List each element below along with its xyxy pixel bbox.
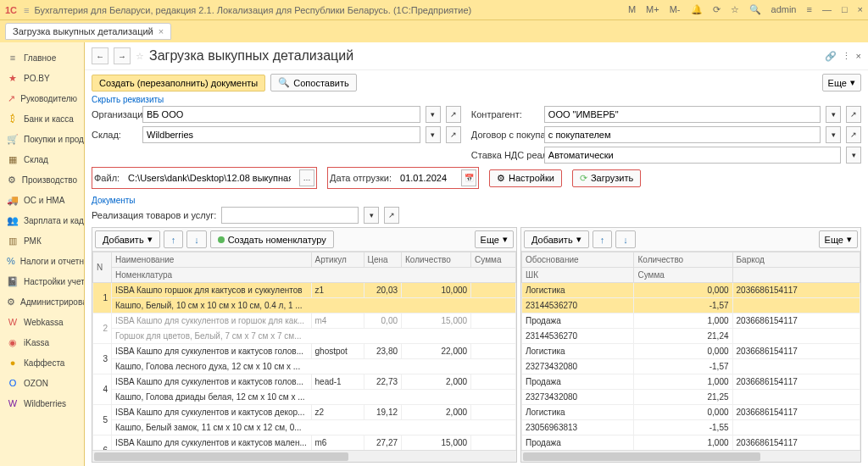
- table-row[interactable]: Кашпо, Белый, 10 см х 10 см х 10 см, 0.4…: [93, 298, 516, 313]
- sidebar-item[interactable]: ●Каффеста: [0, 352, 84, 373]
- move-down-button[interactable]: ↓: [186, 230, 207, 248]
- table-row[interactable]: Кашпо, Голова дриады белая, 12 см х 10 с…: [93, 390, 516, 405]
- load-button[interactable]: ⟳Загрузить: [572, 169, 641, 187]
- table-row[interactable]: 5ISBA Кашпо для суккулентов и кактусов д…: [93, 405, 516, 420]
- dropdown-icon[interactable]: ▾: [426, 106, 441, 123]
- sidebar-item[interactable]: 🛒Покупки и продажи: [0, 129, 84, 149]
- sidebar-item[interactable]: ⚙Администрирование: [0, 291, 84, 312]
- move-up-button[interactable]: ↑: [164, 230, 184, 248]
- sidebar-item[interactable]: WWildberries: [0, 393, 84, 413]
- add-button[interactable]: Добавить ▾: [524, 230, 589, 248]
- maximize-icon[interactable]: □: [842, 4, 848, 15]
- mem-mminus[interactable]: M-: [670, 4, 681, 15]
- open-icon[interactable]: ↗: [846, 106, 861, 123]
- tab-close-icon[interactable]: ×: [159, 26, 164, 36]
- move-down-button[interactable]: ↓: [615, 230, 636, 248]
- dropdown-icon[interactable]: ▾: [826, 126, 841, 143]
- forward-button[interactable]: →: [114, 47, 131, 64]
- wh-input[interactable]: [142, 126, 420, 143]
- sidebar-item[interactable]: ₿Банк и касса: [0, 108, 84, 129]
- table-row[interactable]: 1ISBA Кашпо горшок для кактусов и суккул…: [93, 283, 516, 298]
- sidebar-item[interactable]: 👥Зарплата и кадры: [0, 210, 84, 230]
- sidebar-item[interactable]: 🚚ОС и НМА: [0, 190, 84, 210]
- open-icon[interactable]: ↗: [846, 126, 861, 143]
- search-icon[interactable]: 🔍: [749, 4, 761, 15]
- add-button[interactable]: Добавить ▾: [95, 230, 160, 248]
- user-label[interactable]: admin: [771, 4, 797, 15]
- close-icon[interactable]: ×: [858, 4, 863, 15]
- sidebar-item[interactable]: ↗Руководителю: [0, 88, 84, 108]
- sidebar-item[interactable]: ◉iKassa: [0, 332, 84, 352]
- sidebar-item[interactable]: ▥РМК: [0, 230, 84, 251]
- counter-input[interactable]: [544, 106, 821, 123]
- table-row[interactable]: Горшок для цветов, Белый, 7 см х 7 см х …: [93, 329, 516, 344]
- menu-icon[interactable]: ≡: [806, 4, 811, 15]
- document-tab[interactable]: Загрузка выкупных детализаций ×: [5, 23, 171, 40]
- documents-link[interactable]: Документы: [85, 194, 868, 207]
- ship-input[interactable]: [397, 169, 456, 186]
- link-icon[interactable]: 🔗: [825, 51, 837, 62]
- more-button[interactable]: Еще ▾: [819, 230, 858, 248]
- sidebar-item[interactable]: ▦Склад: [0, 149, 84, 169]
- sidebar-item[interactable]: 📓Настройки учета: [0, 271, 84, 291]
- open-icon[interactable]: ↗: [384, 207, 399, 224]
- mem-m[interactable]: M: [628, 4, 636, 15]
- table-row[interactable]: Логистика0,0002036686154117: [522, 344, 860, 359]
- table-row[interactable]: 23056963813-1,55: [522, 420, 860, 435]
- settings-button[interactable]: ⚙Настройки: [489, 169, 562, 187]
- dropdown-icon[interactable]: ▾: [364, 207, 379, 224]
- minimize-icon[interactable]: —: [822, 4, 832, 15]
- favorite-icon[interactable]: ≡: [24, 5, 29, 15]
- table-row[interactable]: 2ISBA Кашпо для суккулентов и горшок для…: [93, 313, 516, 329]
- table-row[interactable]: 6ISBA Кашпо для суккулентов и кактусов м…: [93, 435, 516, 451]
- table-row[interactable]: 2314453627021,24: [522, 329, 860, 344]
- favorite-star-icon[interactable]: ☆: [136, 51, 144, 62]
- star-icon[interactable]: ☆: [731, 4, 739, 15]
- create-nomenclature-button[interactable]: Создать номенклатуру: [210, 230, 334, 248]
- table-row[interactable]: 3ISBA Кашпо для суккулентов и кактусов г…: [93, 344, 516, 359]
- file-browse-icon[interactable]: …: [299, 169, 314, 186]
- table-row[interactable]: Продажа1,0002036686154117: [522, 313, 860, 329]
- file-input[interactable]: [125, 169, 294, 186]
- history-icon[interactable]: ⟳: [713, 4, 721, 15]
- table-row[interactable]: 2327343208021,25: [522, 390, 860, 405]
- table-row[interactable]: 23144536270-1,57: [522, 298, 860, 313]
- goods-input[interactable]: [221, 207, 359, 224]
- hide-details-link[interactable]: Скрыть реквизиты: [85, 95, 868, 104]
- h-scrollbar[interactable]: [521, 450, 860, 462]
- contract-input[interactable]: [544, 126, 821, 143]
- sidebar-item[interactable]: %Налоги и отчетность: [0, 251, 84, 271]
- close-page-icon[interactable]: ×: [856, 51, 861, 61]
- table-row[interactable]: Продажа1,0002036686154117: [522, 374, 860, 390]
- bell-icon[interactable]: 🔔: [691, 4, 703, 15]
- table-row[interactable]: Продажа1,0002036686154117: [522, 435, 860, 451]
- back-button[interactable]: ←: [92, 47, 108, 64]
- vat-input[interactable]: [544, 147, 841, 164]
- dropdown-icon[interactable]: ▾: [826, 106, 841, 123]
- mem-mplus[interactable]: M+: [646, 4, 659, 15]
- table-row[interactable]: Кашпо, Голова лесного духа, 12 см х 10 с…: [93, 359, 516, 374]
- table-row[interactable]: 23273432080-1,57: [522, 359, 860, 374]
- table-row[interactable]: Логистика0,0002036686154117: [522, 405, 860, 420]
- create-button[interactable]: Создать (перезаполнить) документы: [92, 75, 265, 92]
- dropdown-icon[interactable]: ▾: [426, 126, 441, 143]
- dropdown-icon[interactable]: ▾: [846, 147, 861, 164]
- calendar-icon[interactable]: 📅: [461, 169, 476, 186]
- open-icon[interactable]: ↗: [446, 126, 461, 143]
- h-scrollbar[interactable]: [92, 450, 516, 462]
- sidebar-item[interactable]: ★PO.BY: [0, 68, 84, 88]
- sidebar-item[interactable]: ⚙Производство: [0, 169, 84, 190]
- open-icon[interactable]: ↗: [446, 106, 461, 123]
- table-row[interactable]: Логистика0,0002036686154117: [522, 283, 860, 298]
- org-input[interactable]: [142, 106, 420, 123]
- sidebar-item[interactable]: OOZON: [0, 373, 84, 393]
- table-row[interactable]: 4ISBA Кашпо для суккулентов и кактусов г…: [93, 374, 516, 390]
- table-row[interactable]: Кашпо, Белый замок, 11 см х 10 см х 12 с…: [93, 420, 516, 435]
- more-button[interactable]: Еще ▾: [475, 230, 514, 248]
- sidebar-item[interactable]: WWebkassa: [0, 312, 84, 332]
- sidebar-item[interactable]: ≡Главное: [0, 47, 84, 68]
- move-up-button[interactable]: ↑: [593, 230, 613, 248]
- compare-button[interactable]: 🔍Сопоставить: [270, 74, 356, 92]
- more-icon[interactable]: ⋮: [842, 51, 851, 62]
- more-button[interactable]: Еще ▾: [822, 74, 861, 92]
